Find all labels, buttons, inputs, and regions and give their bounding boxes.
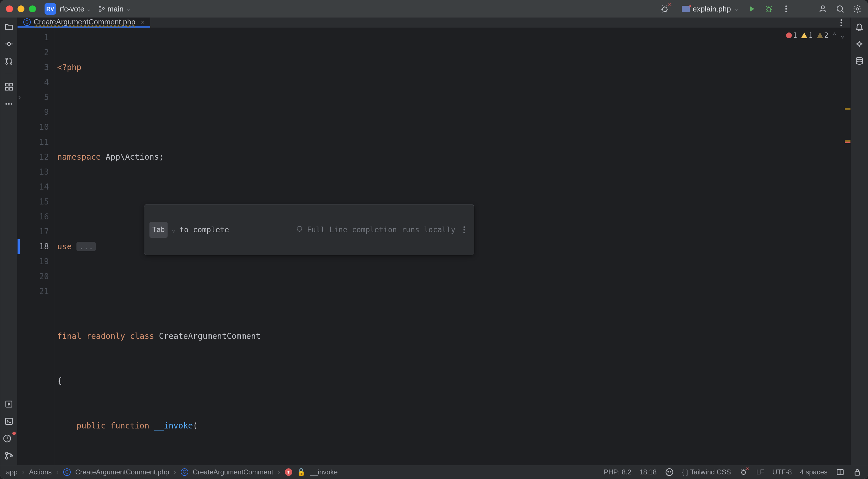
- line-number[interactable]: 15: [18, 195, 49, 209]
- project-dropdown-icon[interactable]: ⌄: [86, 5, 91, 13]
- editor-body[interactable]: 1 1 2 ⌃ ⌄ 1 2 3 4 ›5 9 10 11 12: [18, 28, 850, 465]
- line-number[interactable]: 18: [18, 239, 49, 254]
- ai-bug-icon[interactable]: ✕: [660, 4, 674, 13]
- nav-crumb[interactable]: Actions: [29, 468, 52, 476]
- svg-point-13: [6, 63, 7, 64]
- svg-point-10: [856, 8, 859, 10]
- svg-point-8: [822, 6, 825, 9]
- file-encoding[interactable]: UTF-8: [772, 468, 792, 476]
- close-window[interactable]: [6, 5, 13, 12]
- project-tool-icon[interactable]: [4, 22, 13, 31]
- nav-crumb[interactable]: CreateArgumentComment.php: [75, 468, 169, 476]
- svg-rect-15: [5, 83, 8, 86]
- completion-text: to complete: [180, 222, 229, 237]
- tailwind-status[interactable]: { } Tailwind CSS: [682, 468, 731, 476]
- problems-tool-icon[interactable]: [3, 434, 15, 443]
- svg-point-2: [103, 7, 104, 9]
- svg-point-6: [785, 8, 787, 9]
- terminal-tool-icon[interactable]: [4, 417, 13, 426]
- svg-point-30: [840, 25, 842, 26]
- commit-tool-icon[interactable]: [4, 39, 13, 48]
- completion-dropdown-icon[interactable]: ⌄: [172, 222, 175, 237]
- caret-position[interactable]: 18:18: [640, 468, 657, 476]
- analyzer-status-icon[interactable]: ✕: [739, 468, 748, 477]
- tab-close-icon[interactable]: ×: [141, 18, 145, 26]
- minimize-window[interactable]: [18, 5, 25, 12]
- maximize-window[interactable]: [29, 5, 36, 12]
- line-separator[interactable]: LF: [756, 468, 764, 476]
- run-configuration[interactable]: explain.php ⌄: [682, 5, 739, 13]
- file-tab[interactable]: C CreateArgumentComment.php ×: [18, 18, 150, 28]
- line-number[interactable]: 11: [18, 135, 49, 149]
- line-number[interactable]: 13: [18, 165, 49, 179]
- reader-mode-icon[interactable]: [836, 468, 845, 477]
- svg-rect-17: [5, 88, 8, 90]
- code-with-me-icon[interactable]: [818, 4, 828, 13]
- svg-point-31: [463, 226, 465, 228]
- svg-point-34: [856, 58, 862, 60]
- search-icon[interactable]: [836, 4, 845, 13]
- line-number[interactable]: 9: [18, 105, 49, 120]
- tabs-more-icon[interactable]: [832, 18, 850, 27]
- left-tool-rail: [0, 18, 18, 465]
- nav-crumb[interactable]: CreateArgumentComment: [193, 468, 273, 476]
- svg-point-9: [837, 6, 842, 11]
- vcs-tool-icon[interactable]: [4, 451, 13, 460]
- line-number[interactable]: 4: [18, 75, 49, 90]
- code-content[interactable]: <?php namespace App\Actions; use ... fin…: [55, 28, 850, 465]
- line-number[interactable]: 19: [18, 254, 49, 269]
- error-stripe[interactable]: [845, 28, 850, 465]
- vcs-branch[interactable]: main ⌄: [98, 5, 131, 13]
- line-number[interactable]: 2: [18, 45, 49, 60]
- more-actions-icon[interactable]: [781, 4, 791, 13]
- svg-point-7: [785, 11, 787, 12]
- notifications-icon[interactable]: [855, 22, 864, 31]
- line-number[interactable]: 16: [18, 209, 49, 224]
- window-controls: [6, 5, 36, 12]
- run-button[interactable]: [747, 4, 756, 13]
- run-config-name: explain.php: [693, 5, 731, 13]
- services-tool-icon[interactable]: [4, 400, 13, 409]
- visibility-icon: 🔓: [297, 468, 306, 476]
- gutter[interactable]: 1 2 3 4 ›5 9 10 11 12 13 14 15 16 17 18 …: [18, 28, 55, 465]
- php-version[interactable]: PHP: 8.2: [603, 468, 631, 476]
- settings-icon[interactable]: [853, 4, 862, 13]
- line-number[interactable]: ›5: [18, 90, 49, 105]
- line-number[interactable]: 14: [18, 179, 49, 195]
- line-number[interactable]: 1: [18, 30, 49, 45]
- line-number[interactable]: 17: [18, 224, 49, 239]
- svg-point-3: [662, 7, 667, 11]
- titlebar: RV rfc-vote ⌄ main ⌄ ✕ explain.php ⌄: [0, 0, 868, 18]
- debug-button[interactable]: [764, 4, 773, 13]
- svg-point-26: [5, 457, 8, 459]
- folded-region[interactable]: ...: [76, 242, 96, 251]
- completion-more-icon[interactable]: [460, 225, 469, 234]
- indent-config[interactable]: 4 spaces: [800, 468, 828, 476]
- completion-key: Tab: [150, 222, 167, 238]
- svg-point-21: [11, 103, 12, 105]
- line-number[interactable]: 3: [18, 60, 49, 75]
- copilot-status-icon[interactable]: [665, 468, 674, 477]
- more-tools-icon[interactable]: [4, 99, 13, 108]
- run-config-dropdown-icon: ⌄: [734, 5, 739, 13]
- editor-tabs: C CreateArgumentComment.php ×: [18, 18, 850, 28]
- nav-crumb[interactable]: __invoke: [310, 468, 338, 476]
- line-number[interactable]: 20: [18, 269, 49, 284]
- line-number[interactable]: 21: [18, 284, 49, 299]
- class-icon: C: [181, 468, 188, 476]
- structure-tool-icon[interactable]: [4, 82, 13, 91]
- pull-requests-icon[interactable]: [4, 57, 13, 66]
- line-number[interactable]: 12: [18, 149, 49, 165]
- lock-icon[interactable]: [853, 468, 862, 477]
- nav-crumb[interactable]: app: [6, 468, 18, 476]
- editor-area: C CreateArgumentComment.php × 1 1 2 ⌃ ⌄: [18, 18, 850, 465]
- svg-point-11: [7, 42, 10, 46]
- project-name[interactable]: rfc-vote: [60, 5, 85, 13]
- svg-point-29: [840, 22, 842, 23]
- completion-popup[interactable]: Tab ⌄ to complete Full Line completion r…: [144, 204, 474, 255]
- line-number[interactable]: 10: [18, 120, 49, 135]
- class-file-icon: C: [63, 468, 71, 476]
- branch-name: main: [107, 5, 124, 13]
- project-badge[interactable]: RV: [44, 3, 56, 15]
- svg-point-0: [99, 6, 101, 8]
